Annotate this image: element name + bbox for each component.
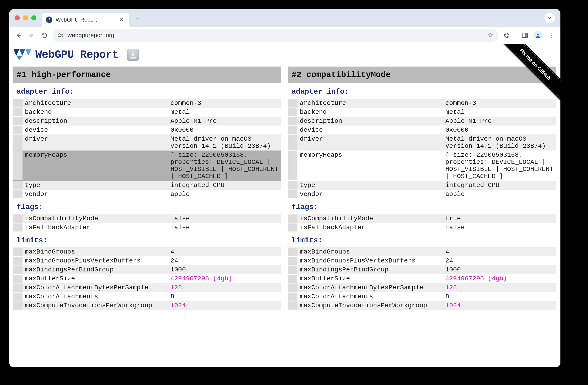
- toolbar-right: ⋮: [502, 31, 556, 40]
- row-value: 1000: [169, 266, 281, 274]
- panel-title: #1 high-performance: [13, 67, 281, 83]
- row-indent: [288, 117, 297, 125]
- row-key: device: [297, 126, 444, 134]
- nav-back-button[interactable]: [14, 31, 23, 40]
- row-value: common-3: [169, 99, 281, 107]
- tab-overflow-button[interactable]: [544, 13, 555, 23]
- row-value: 128: [444, 284, 556, 292]
- browser-tab[interactable]: i WebGPU Report ✕: [42, 13, 129, 27]
- table-row: maxBindingsPerBindGroup1000: [13, 265, 281, 274]
- tab-bar: i WebGPU Report ✕ ＋: [9, 9, 560, 27]
- row-key: maxColorAttachmentBytesPerSample: [22, 284, 169, 292]
- table-row: maxBindGroupsPlusVertexBuffers24: [13, 256, 281, 265]
- side-panel-icon[interactable]: [520, 31, 530, 40]
- table-row: device0x0000: [288, 126, 556, 135]
- row-value: 8: [444, 292, 556, 301]
- window-close-button[interactable]: [15, 15, 20, 20]
- row-value: 4: [169, 248, 281, 256]
- table-row: vendorapple: [288, 190, 556, 199]
- row-value: [ size: 22906503168, properties: DEVICE_…: [444, 151, 556, 180]
- row-indent: [288, 181, 297, 189]
- page-content: Fix me on GitHub WebGPU Report #1 high-p…: [9, 44, 560, 367]
- new-tab-button[interactable]: ＋: [133, 13, 142, 22]
- row-key: maxBindGroups: [22, 248, 169, 256]
- row-key: maxBindGroupsPlusVertexBuffers: [22, 257, 169, 265]
- nav-reload-button[interactable]: [40, 31, 49, 40]
- tab-close-button[interactable]: ✕: [119, 17, 124, 23]
- window-maximize-button[interactable]: [31, 15, 36, 20]
- row-value: apple: [444, 190, 556, 198]
- site-settings-icon[interactable]: [57, 33, 64, 38]
- browser-menu-button[interactable]: ⋮: [546, 31, 556, 39]
- row-value: 4294967296 (4gb): [169, 275, 281, 283]
- row-value: 4: [444, 248, 556, 256]
- row-indent: [13, 214, 22, 223]
- table-row: isCompatibilityModefalse: [13, 214, 281, 223]
- row-key: maxComputeInvocationsPerWorkgroup: [22, 302, 169, 309]
- row-indent: [13, 302, 22, 309]
- row-indent: [13, 284, 22, 292]
- bookmark-star-icon[interactable]: ☆: [488, 31, 494, 39]
- svg-marker-8: [13, 49, 19, 56]
- extensions-icon[interactable]: [502, 31, 511, 40]
- row-key: maxColorAttachments: [297, 292, 444, 301]
- table-row: maxBufferSize4294967296 (4gb): [288, 274, 556, 283]
- data-table: isCompatibilityModefalseisFallbackAdapte…: [13, 214, 281, 232]
- row-indent: [288, 190, 297, 198]
- table-row: maxColorAttachmentBytesPerSample128: [288, 283, 556, 292]
- row-indent: [13, 108, 22, 116]
- row-value: 0x0000: [169, 126, 281, 134]
- table-row: isCompatibilityModetrue: [288, 214, 556, 223]
- table-row: maxBindGroups4: [288, 247, 556, 256]
- url-box[interactable]: webgpureport.org ☆: [52, 29, 499, 42]
- row-value: apple: [169, 190, 281, 198]
- svg-rect-6: [525, 33, 527, 38]
- profile-avatar-icon[interactable]: [534, 31, 542, 39]
- row-value: true: [444, 214, 556, 223]
- row-indent: [288, 248, 297, 256]
- data-table: architecturecommon-3backendmetaldescript…: [13, 99, 281, 199]
- svg-point-1: [59, 34, 60, 35]
- nav-forward-button[interactable]: [27, 31, 36, 40]
- row-key: maxBufferSize: [297, 275, 444, 283]
- row-value: 0x0000: [444, 126, 556, 134]
- row-indent: [288, 151, 297, 180]
- row-key: architecture: [297, 99, 444, 107]
- table-row: device0x0000: [13, 126, 281, 135]
- row-indent: [13, 99, 22, 107]
- row-value: Apple M1 Pro: [444, 117, 556, 125]
- row-key: driver: [22, 135, 169, 150]
- row-indent: [288, 108, 297, 116]
- toolbar-divider: [516, 31, 516, 39]
- row-indent: [13, 266, 22, 274]
- table-row: backendmetal: [13, 108, 281, 116]
- table-row: maxBindGroups4: [13, 247, 281, 256]
- row-indent: [13, 190, 22, 198]
- download-button[interactable]: [127, 49, 139, 61]
- row-indent: [288, 284, 297, 292]
- row-value: integrated GPU: [444, 181, 556, 189]
- data-table: isCompatibilityModetrueisFallbackAdapter…: [288, 214, 556, 232]
- github-ribbon: Fix me on GitHub: [492, 44, 560, 113]
- github-ribbon-link[interactable]: Fix me on GitHub: [498, 44, 560, 102]
- row-key: memoryHeaps: [297, 151, 444, 180]
- url-text: webgpureport.org: [67, 32, 114, 39]
- table-row: typeintegrated GPU: [13, 181, 281, 190]
- row-indent: [288, 126, 297, 134]
- row-key: memoryHeaps: [22, 151, 169, 180]
- row-key: device: [22, 126, 169, 134]
- row-key: isCompatibilityMode: [297, 214, 444, 223]
- row-value: 1024: [444, 302, 556, 309]
- window-minimize-button[interactable]: [23, 15, 28, 20]
- row-key: maxBufferSize: [22, 275, 169, 283]
- table-row: isFallbackAdapterfalse: [288, 223, 556, 232]
- row-indent: [288, 99, 297, 107]
- row-indent: [288, 257, 297, 265]
- row-key: vendor: [22, 190, 169, 198]
- row-indent: [288, 266, 297, 274]
- section-title: flags:: [13, 199, 281, 214]
- webgpu-logo-icon: [13, 49, 31, 61]
- row-indent: [13, 126, 22, 134]
- row-value: integrated GPU: [169, 181, 281, 189]
- row-key: maxComputeInvocationsPerWorkgroup: [297, 302, 444, 309]
